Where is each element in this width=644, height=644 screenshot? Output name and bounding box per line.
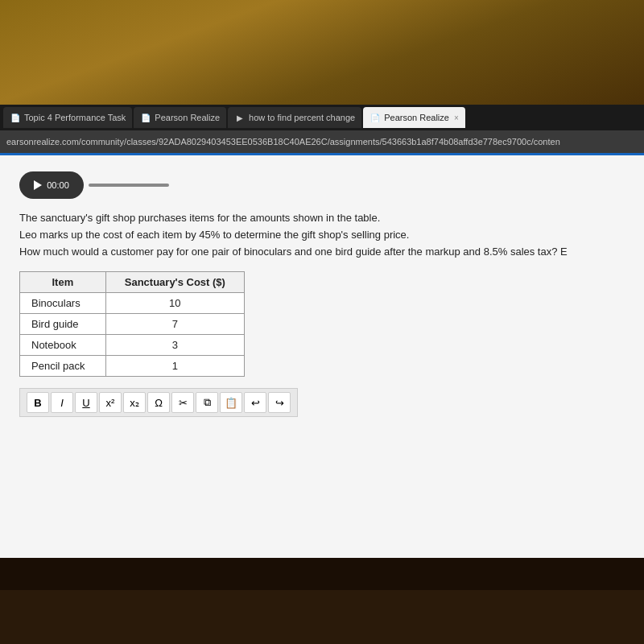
tab-topic4[interactable]: 📄 Topic 4 Performance Task	[3, 107, 132, 128]
tab-icon-pearson2: 📄	[369, 112, 381, 123]
cell-item-3: Pencil pack	[20, 356, 106, 377]
cell-cost-0: 10	[105, 293, 244, 314]
address-text: earsonrealize.com/community/classes/92AD…	[6, 137, 560, 147]
italic-button[interactable]: I	[51, 392, 73, 413]
browser-taskbar: 📄 Topic 4 Performance Task 📄 Pearson Rea…	[0, 105, 644, 130]
col-header-item: Item	[20, 272, 106, 293]
copy-button[interactable]: ⧉	[196, 392, 218, 413]
tab-pearson2[interactable]: 📄 Pearson Realize ×	[363, 107, 465, 128]
subscript-button[interactable]: x₂	[123, 392, 146, 413]
tab-label-pearson1: Pearson Realize	[155, 113, 220, 122]
bottom-background	[0, 558, 644, 590]
superscript-button[interactable]: x²	[99, 392, 122, 413]
tab-icon-pearson1: 📄	[140, 112, 151, 123]
question-block: The sanctuary's gift shop purchases item…	[19, 210, 625, 260]
cell-item-2: Notebook	[20, 335, 106, 356]
cell-item-0: Binoculars	[20, 293, 106, 314]
paste-button[interactable]: 📋	[220, 392, 242, 413]
main-content: 00:00 The sanctuary's gift shop purchase…	[0, 155, 644, 558]
address-bar[interactable]: earsonrealize.com/community/classes/92AD…	[0, 130, 644, 153]
editor-toolbar: B I U x² x₂ Ω ✂ ⧉ 📋 ↩ ↪	[19, 388, 298, 417]
table-row: Pencil pack1	[20, 356, 245, 377]
cell-cost-3: 1	[105, 356, 244, 377]
cell-cost-1: 7	[105, 314, 244, 335]
table-row: Bird guide7	[20, 314, 245, 335]
tab-percent[interactable]: ▶ how to find percent change	[228, 107, 361, 128]
video-player: 00:00	[19, 171, 625, 199]
video-time: 00:00	[47, 180, 69, 190]
bold-button[interactable]: B	[27, 392, 49, 413]
table-row: Notebook3	[20, 335, 245, 356]
tab-pearson1[interactable]: 📄 Pearson Realize	[134, 107, 226, 128]
tab-icon-percent: ▶	[234, 112, 246, 123]
undo-button[interactable]: ↩	[244, 392, 266, 413]
data-table: Item Sanctuary's Cost ($) Binoculars10Bi…	[19, 271, 245, 377]
col-header-cost: Sanctuary's Cost ($)	[105, 272, 244, 293]
tab-close-pearson2[interactable]: ×	[454, 114, 459, 122]
video-progress-bar[interactable]	[89, 184, 169, 187]
question-line3: How much would a customer pay for one pa…	[19, 244, 625, 261]
tab-label-percent: how to find percent change	[249, 113, 355, 122]
question-line2: Leo marks up the cost of each item by 45…	[19, 227, 625, 244]
play-button[interactable]: 00:00	[19, 171, 84, 199]
cell-cost-2: 3	[105, 335, 244, 356]
background-ambient	[0, 0, 644, 105]
play-icon	[34, 180, 42, 190]
table-header-row: Item Sanctuary's Cost ($)	[20, 272, 245, 293]
omega-button[interactable]: Ω	[147, 392, 170, 413]
tab-label-pearson2: Pearson Realize	[384, 113, 449, 122]
underline-button[interactable]: U	[75, 392, 97, 413]
tab-label-topic4: Topic 4 Performance Task	[24, 113, 126, 122]
cell-item-1: Bird guide	[20, 314, 106, 335]
redo-button[interactable]: ↪	[268, 392, 291, 413]
scissors-button[interactable]: ✂	[171, 392, 194, 413]
question-line1: The sanctuary's gift shop purchases item…	[19, 210, 625, 227]
table-row: Binoculars10	[20, 293, 245, 314]
tab-icon-topic4: 📄	[10, 112, 21, 123]
